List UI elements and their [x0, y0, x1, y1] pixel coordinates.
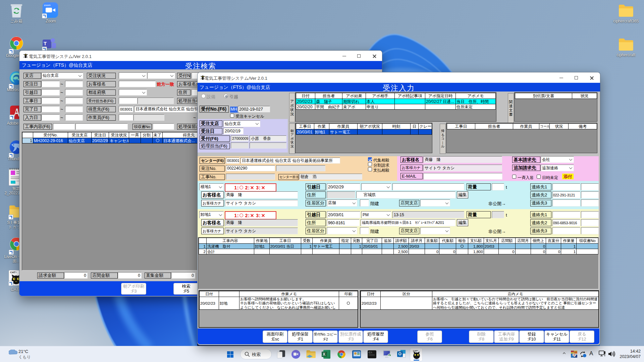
- svg-text:CAT'*: CAT'*: [413, 350, 418, 352]
